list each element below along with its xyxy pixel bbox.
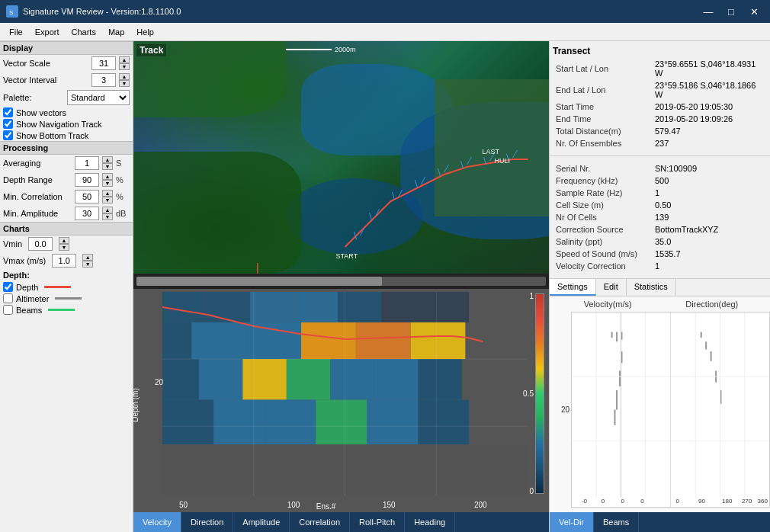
transect-section: Transect Start Lat / Lon 23°59.6551 S,04… — [550, 41, 770, 152]
right-chart-inner: 20 — [550, 312, 770, 508]
min-correlation-unit: % — [116, 192, 124, 201]
depth-range-down[interactable]: ▼ — [102, 180, 113, 187]
nr-of-ensembles-value: 237 — [652, 137, 767, 149]
speed-of-sound-row: Speed of Sound (m/s) 1535.7 — [553, 248, 767, 260]
svg-rect-33 — [466, 322, 528, 359]
settings-tab-edit[interactable]: Edit — [596, 279, 627, 296]
min-amplitude-down[interactable]: ▼ — [102, 213, 113, 220]
velocity-side: -0 0 0 0 — [572, 312, 671, 507]
right-tab-beams[interactable]: Beams — [594, 512, 639, 532]
scrollbar-thumb[interactable] — [136, 277, 382, 286]
svg-rect-37 — [287, 359, 330, 399]
tab-direction[interactable]: Direction — [181, 512, 233, 532]
end-time-row: End Time 2019-05-20 19:09:26 — [553, 113, 767, 125]
depth-range-up[interactable]: ▲ — [102, 173, 113, 180]
settings-tab-settings[interactable]: Settings — [550, 279, 596, 296]
min-amplitude-input[interactable] — [75, 207, 99, 220]
svg-text:S: S — [9, 9, 13, 16]
svg-rect-42 — [162, 400, 213, 445]
vmax-input[interactable] — [52, 254, 76, 268]
min-correlation-down[interactable]: ▼ — [102, 197, 113, 204]
colorbar-bot-label: 0 — [529, 487, 534, 495]
main-layout: Display Vector Scale ▲ ▼ Vector Interval… — [0, 41, 770, 532]
track-svg: LAST HULI START — [133, 41, 549, 274]
vector-scale-input[interactable] — [91, 56, 116, 70]
right-tab-vel-dir[interactable]: Vel-Dir — [550, 512, 594, 532]
tab-velocity[interactable]: Velocity — [133, 512, 181, 532]
min-correlation-up[interactable]: ▲ — [102, 190, 113, 197]
svg-line-11 — [370, 213, 372, 220]
speed-of-sound-label: Speed of Sound (m/s) — [553, 248, 652, 260]
tab-heading[interactable]: Heading — [405, 512, 455, 532]
depth-mid: 20 — [561, 405, 569, 414]
averaging-down[interactable]: ▼ — [102, 163, 113, 170]
vmin-down[interactable]: ▼ — [59, 244, 69, 251]
settings-tab-statistics[interactable]: Statistics — [627, 279, 676, 296]
menu-bar: File Export Charts Map Help — [0, 23, 770, 41]
end-time-value: 2019-05-20 19:09:26 — [652, 113, 767, 125]
svg-rect-60 — [616, 390, 618, 410]
svg-rect-71 — [701, 332, 702, 338]
chart-scrollbar[interactable] — [136, 277, 546, 286]
beams-checkbox[interactable] — [3, 305, 13, 315]
left-panel: Display Vector Scale ▲ ▼ Vector Interval… — [0, 41, 133, 532]
svg-text:180: 180 — [722, 498, 733, 505]
frequency-value: 500 — [652, 175, 767, 187]
menu-charts[interactable]: Charts — [66, 23, 102, 40]
vmax-row: Vmax (m/s) ▲ ▼ — [0, 252, 133, 269]
menu-map[interactable]: Map — [102, 23, 130, 40]
depth-label: Depth — [16, 283, 38, 292]
track-area[interactable]: LAST HULI START ↓ ↓ Track 2000m — [133, 41, 549, 274]
cell-size-label: Cell Size (m) — [553, 199, 652, 211]
palette-select[interactable]: Standard — [67, 90, 130, 105]
tab-roll-pitch[interactable]: Roll-Pitch — [350, 512, 405, 532]
svg-rect-26 — [469, 292, 528, 322]
close-button[interactable]: ✕ — [744, 3, 764, 20]
svg-rect-59 — [619, 371, 621, 386]
start-lat-lon-value: 23°59.6551 S,046°18.4931 W — [652, 58, 767, 79]
show-nav-track-checkbox[interactable] — [3, 119, 13, 129]
center-area: LAST HULI START ↓ ↓ Track 2000m — [133, 41, 549, 532]
vector-interval-up[interactable]: ▲ — [119, 73, 130, 80]
menu-file[interactable]: File — [3, 23, 29, 40]
minimize-button[interactable]: — — [698, 3, 718, 20]
svg-rect-25 — [425, 292, 469, 322]
vmin-up[interactable]: ▲ — [59, 237, 69, 244]
tab-amplitude[interactable]: Amplitude — [233, 512, 290, 532]
averaging-spinner: ▲ ▼ — [102, 156, 113, 170]
vmax-down[interactable]: ▼ — [82, 261, 93, 268]
depth-range-input[interactable] — [75, 173, 99, 187]
correction-source-row: Correction Source BottomTrackXYZ — [553, 223, 767, 236]
svg-rect-35 — [199, 359, 242, 399]
velocity-vectors — [355, 150, 518, 239]
vector-scale-down[interactable]: ▼ — [119, 63, 130, 70]
svg-rect-48 — [469, 400, 528, 445]
show-bottom-track-row: Show Bottom Track — [0, 130, 133, 141]
menu-help[interactable]: Help — [130, 23, 160, 40]
averaging-input[interactable] — [75, 156, 99, 170]
velocity-chart[interactable]: 1 0.5 0 Depth (m) 20 50 100 150 200 Ens.… — [133, 289, 549, 512]
settings-tabs: Settings Edit Statistics — [550, 278, 770, 296]
vector-interval-spinner: ▲ ▼ — [119, 73, 130, 87]
right-tab-bar: Vel-Dir Beams — [550, 512, 770, 532]
show-bottom-track-checkbox[interactable] — [3, 130, 13, 140]
svg-text:90: 90 — [698, 498, 705, 505]
depth-checkbox[interactable] — [3, 282, 13, 292]
averaging-up[interactable]: ▲ — [102, 156, 113, 163]
menu-export[interactable]: Export — [29, 23, 66, 40]
min-correlation-input[interactable] — [75, 190, 99, 204]
maximize-button[interactable]: □ — [721, 3, 741, 20]
altimeter-checkbox[interactable] — [3, 293, 13, 303]
vmax-up[interactable]: ▲ — [82, 254, 93, 261]
vector-interval-input[interactable] — [91, 73, 116, 87]
show-vectors-checkbox[interactable] — [3, 107, 13, 117]
title-bar: S Signature VM Review - Version:1.8.1100… — [0, 0, 770, 23]
vector-interval-down[interactable]: ▼ — [119, 80, 130, 87]
min-amplitude-up[interactable]: ▲ — [102, 207, 113, 213]
right-depth-axis: 20 — [550, 312, 571, 508]
vector-scale-up[interactable]: ▲ — [119, 56, 130, 63]
tab-correlation[interactable]: Correlation — [290, 512, 350, 532]
vector-scale-spinner: ▲ ▼ — [119, 56, 130, 70]
vmin-input[interactable] — [28, 237, 53, 251]
end-lat-lon-value: 23°59.5186 S,046°18.1866 W — [652, 79, 767, 101]
